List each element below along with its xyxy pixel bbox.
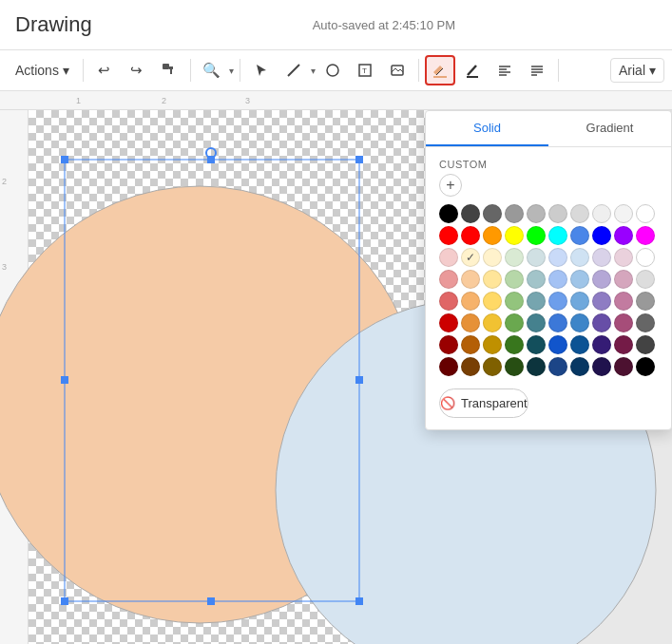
color-swatch[interactable] bbox=[505, 270, 524, 289]
color-swatch[interactable] bbox=[505, 335, 524, 354]
paint-format-button[interactable] bbox=[154, 55, 184, 85]
color-swatch[interactable] bbox=[570, 292, 589, 311]
color-swatch[interactable] bbox=[592, 226, 611, 245]
color-swatch[interactable] bbox=[505, 357, 524, 376]
color-swatch[interactable] bbox=[592, 204, 611, 223]
color-swatch[interactable] bbox=[636, 226, 655, 245]
color-swatch[interactable] bbox=[570, 204, 589, 223]
color-swatch[interactable] bbox=[636, 313, 655, 332]
color-swatch[interactable] bbox=[592, 248, 611, 267]
color-swatch[interactable] bbox=[570, 226, 589, 245]
color-swatch[interactable] bbox=[548, 270, 567, 289]
color-swatch[interactable] bbox=[461, 226, 480, 245]
canvas-area[interactable]: 2 3 4 5 Solid Gradient CUSTOM + bbox=[0, 110, 672, 644]
color-swatch[interactable] bbox=[505, 226, 524, 245]
color-swatch[interactable] bbox=[461, 313, 480, 332]
color-swatch[interactable] bbox=[548, 292, 567, 311]
color-swatch[interactable] bbox=[439, 204, 458, 223]
color-swatch[interactable] bbox=[527, 248, 546, 267]
color-swatch[interactable] bbox=[614, 270, 633, 289]
color-swatch[interactable] bbox=[527, 226, 546, 245]
actions-button[interactable]: Actions ▾ bbox=[8, 59, 77, 82]
color-swatch[interactable] bbox=[548, 357, 567, 376]
color-swatch[interactable] bbox=[592, 357, 611, 376]
align-left-button[interactable] bbox=[490, 55, 520, 85]
color-swatch[interactable] bbox=[483, 357, 502, 376]
redo-button[interactable]: ↪ bbox=[122, 55, 152, 85]
tab-solid[interactable]: Solid bbox=[426, 111, 548, 146]
color-swatch[interactable] bbox=[614, 313, 633, 332]
color-swatch[interactable] bbox=[570, 313, 589, 332]
color-swatch[interactable] bbox=[570, 335, 589, 354]
color-swatch[interactable] bbox=[636, 248, 655, 267]
color-swatch[interactable] bbox=[636, 204, 655, 223]
shape-tool-button[interactable] bbox=[317, 55, 348, 85]
color-swatch[interactable] bbox=[592, 335, 611, 354]
color-swatch[interactable] bbox=[461, 292, 480, 311]
tab-gradient[interactable]: Gradient bbox=[548, 111, 671, 146]
color-swatch[interactable] bbox=[614, 357, 633, 376]
color-swatch[interactable] bbox=[505, 292, 524, 311]
add-custom-color-button[interactable]: + bbox=[439, 174, 462, 197]
transparent-button[interactable]: 🚫 Transparent bbox=[439, 388, 528, 418]
zoom-button[interactable]: 🔍 bbox=[197, 55, 227, 85]
color-swatch[interactable] bbox=[592, 313, 611, 332]
color-swatch[interactable] bbox=[439, 248, 458, 267]
select-tool-button[interactable] bbox=[246, 55, 277, 85]
color-swatch[interactable] bbox=[505, 313, 524, 332]
color-swatch[interactable] bbox=[439, 270, 458, 289]
color-swatch[interactable] bbox=[527, 357, 546, 376]
color-swatch[interactable] bbox=[570, 248, 589, 267]
color-swatch[interactable] bbox=[527, 292, 546, 311]
color-swatch[interactable] bbox=[636, 335, 655, 354]
color-swatch[interactable] bbox=[461, 335, 480, 354]
color-swatch[interactable] bbox=[461, 204, 480, 223]
image-tool-button[interactable] bbox=[382, 55, 413, 85]
color-swatch[interactable] bbox=[483, 270, 502, 289]
color-swatch[interactable] bbox=[636, 270, 655, 289]
color-swatch[interactable] bbox=[592, 270, 611, 289]
color-swatch[interactable] bbox=[636, 357, 655, 376]
color-swatch[interactable] bbox=[570, 270, 589, 289]
color-swatch[interactable] bbox=[548, 204, 567, 223]
fill-color-button[interactable] bbox=[425, 55, 455, 85]
color-swatch[interactable] bbox=[483, 292, 502, 311]
color-swatch[interactable] bbox=[527, 204, 546, 223]
color-swatch[interactable] bbox=[483, 335, 502, 354]
color-swatch[interactable] bbox=[439, 226, 458, 245]
color-swatch[interactable] bbox=[592, 292, 611, 311]
undo-button[interactable]: ↩ bbox=[89, 55, 120, 85]
color-swatch[interactable] bbox=[548, 226, 567, 245]
color-swatch[interactable] bbox=[439, 335, 458, 354]
color-swatch[interactable] bbox=[461, 357, 480, 376]
line-color-button[interactable] bbox=[457, 55, 488, 85]
color-swatch[interactable] bbox=[527, 335, 546, 354]
color-swatch[interactable] bbox=[439, 292, 458, 311]
color-swatch[interactable] bbox=[614, 335, 633, 354]
color-swatch[interactable] bbox=[461, 248, 480, 267]
color-swatch[interactable] bbox=[483, 204, 502, 223]
color-swatch[interactable] bbox=[483, 226, 502, 245]
color-swatch[interactable] bbox=[548, 248, 567, 267]
color-swatch[interactable] bbox=[527, 313, 546, 332]
align-options-button[interactable] bbox=[522, 55, 552, 85]
color-swatch[interactable] bbox=[570, 357, 589, 376]
font-selector[interactable]: Arial ▾ bbox=[610, 58, 664, 83]
color-swatch[interactable] bbox=[505, 204, 524, 223]
color-swatch[interactable] bbox=[527, 270, 546, 289]
color-swatch[interactable] bbox=[439, 357, 458, 376]
color-swatch[interactable] bbox=[483, 248, 502, 267]
color-swatch[interactable] bbox=[614, 248, 633, 267]
textbox-tool-button[interactable]: T bbox=[350, 55, 380, 85]
color-swatch[interactable] bbox=[636, 292, 655, 311]
color-swatch[interactable] bbox=[439, 313, 458, 332]
line-tool-button[interactable] bbox=[278, 55, 309, 85]
color-swatch[interactable] bbox=[483, 313, 502, 332]
color-swatch[interactable] bbox=[548, 335, 567, 354]
color-swatch[interactable] bbox=[614, 226, 633, 245]
color-swatch[interactable] bbox=[614, 204, 633, 223]
color-swatch[interactable] bbox=[461, 270, 480, 289]
color-swatch[interactable] bbox=[548, 313, 567, 332]
color-swatch[interactable] bbox=[505, 248, 524, 267]
color-swatch[interactable] bbox=[614, 292, 633, 311]
